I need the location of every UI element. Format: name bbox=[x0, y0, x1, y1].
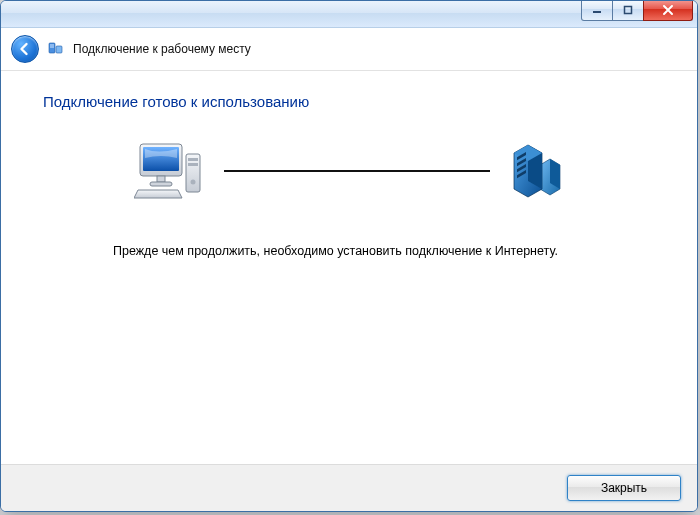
svg-point-13 bbox=[191, 180, 196, 185]
footer-bar: Закрыть bbox=[1, 464, 697, 511]
network-place-icon bbox=[47, 40, 65, 58]
svg-rect-3 bbox=[56, 46, 62, 53]
window-controls bbox=[582, 0, 693, 21]
back-arrow-icon bbox=[17, 41, 33, 57]
maximize-button[interactable] bbox=[612, 0, 644, 21]
header-title: Подключение к рабочему месту bbox=[73, 42, 251, 56]
header-bar: Подключение к рабочему месту bbox=[1, 28, 697, 71]
svg-rect-8 bbox=[157, 176, 165, 182]
computer-icon bbox=[134, 140, 204, 202]
svg-rect-11 bbox=[188, 158, 198, 161]
svg-rect-0 bbox=[593, 11, 601, 13]
wizard-window: Подключение к рабочему месту Подключение… bbox=[0, 0, 698, 512]
connection-line bbox=[224, 170, 490, 172]
svg-rect-5 bbox=[50, 47, 54, 48]
svg-rect-1 bbox=[625, 7, 632, 14]
wizard-body: Подключение готово к использованию bbox=[1, 71, 697, 465]
svg-rect-12 bbox=[188, 163, 198, 166]
instruction-text: Прежде чем продолжить, необходимо устано… bbox=[113, 242, 615, 261]
server-icon bbox=[510, 143, 564, 199]
svg-rect-4 bbox=[50, 45, 54, 46]
titlebar bbox=[1, 1, 697, 28]
close-button-label: Закрыть bbox=[601, 481, 647, 495]
back-button[interactable] bbox=[11, 35, 39, 63]
connection-diagram bbox=[134, 140, 564, 202]
page-heading: Подключение готово к использованию bbox=[43, 93, 655, 110]
svg-rect-9 bbox=[150, 182, 172, 186]
close-button[interactable]: Закрыть bbox=[567, 475, 681, 501]
minimize-button[interactable] bbox=[581, 0, 613, 21]
window-close-button[interactable] bbox=[643, 0, 693, 21]
